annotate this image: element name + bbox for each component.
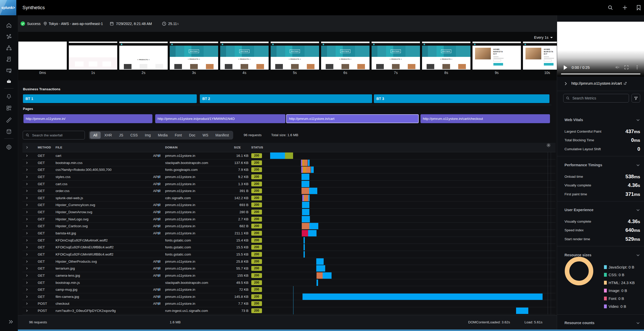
business-transaction-bar[interactable]: BT 3 — [374, 94, 549, 103]
filmstrip-frame[interactable]: BOUTIQUE ✕ PRODUCTS ✕ — [220, 42, 269, 70]
row-expand-chevron-icon[interactable] — [25, 210, 28, 214]
request-row[interactable]: GETcss?family=Roboto:300,400,500,700font… — [22, 166, 556, 173]
row-expand-chevron-icon[interactable] — [25, 224, 28, 228]
page-bar[interactable]: http://pmrum.o11ystore.in/product/1YMWWN… — [155, 114, 285, 123]
bookmark-icon[interactable] — [636, 5, 642, 11]
request-row[interactable]: GETKFOlCnqEu92Fr1MmWUlfBBc4.woff2fonts.g… — [22, 251, 556, 258]
business-transaction-bar[interactable]: BT 1 — [23, 94, 197, 103]
expand-chevron-icon[interactable] — [564, 82, 568, 86]
filter-tab-js[interactable]: JS — [116, 132, 126, 139]
panel-section-header[interactable]: Resource sizes — [564, 252, 640, 258]
request-row[interactable]: GETKFOmCnqEu92Fr1Mu4mxK.woff2fonts.gstat… — [22, 237, 556, 244]
run-video-player[interactable]: 0:00 / 0:25 — [557, 22, 644, 77]
sidebar-item-alerts[interactable] — [6, 93, 12, 99]
filmstrip-frame[interactable] — [18, 42, 67, 70]
row-expand-chevron-icon[interactable] — [25, 302, 28, 305]
row-expand-chevron-icon[interactable] — [25, 253, 28, 256]
apm-link[interactable]: APM — [117, 209, 161, 215]
row-expand-chevron-icon[interactable] — [25, 182, 28, 186]
external-link-icon[interactable] — [623, 82, 627, 85]
filter-tab-css[interactable]: CSS — [127, 132, 141, 139]
request-row[interactable]: GETcart.cssAPMpmrum.o11ystore.in1.3 KB20… — [22, 181, 556, 188]
apm-link[interactable]: APM — [117, 173, 161, 180]
volume-muted-icon[interactable] — [615, 65, 620, 70]
filter-tab-doc[interactable]: Doc — [186, 132, 199, 139]
splunk-logo[interactable]: splunk> — [0, 0, 16, 15]
panel-section-header[interactable]: Performance Timings — [564, 162, 640, 168]
page-url[interactable]: http://pmrum.o11ystore.in/cart — [571, 81, 622, 85]
request-row[interactable]: GETbootstrap.min.cssstackpath.bootstrapc… — [22, 159, 556, 167]
filter-tab-manifest[interactable]: Manifest — [212, 132, 232, 139]
panel-section-header[interactable]: User Experience — [564, 207, 640, 212]
request-row[interactable]: GETKFOlCnqEu92Fr1MmEU9fBBc4.woff2fonts.g… — [22, 244, 556, 251]
request-row[interactable]: GETbootstrap.min.jsstackpath.bootstrapcd… — [22, 279, 556, 286]
request-row[interactable]: POSTrum?auth=3_G9euGFfpDYCK2xqosr9grum-i… — [22, 307, 556, 314]
row-expand-chevron-icon[interactable] — [25, 232, 28, 235]
request-row[interactable]: GETorder.cssAPMpmrum.o11ystore.in391 B20… — [22, 187, 556, 195]
waterfall-search-input[interactable] — [23, 131, 85, 139]
row-expand-chevron-icon[interactable] — [25, 239, 28, 242]
request-row[interactable]: GETHipster_DownArrow.svgAPMpmrum.o11ysto… — [22, 209, 556, 216]
request-row[interactable]: GETHipster_OtherProducts.svgAPMpmrum.o11… — [22, 258, 556, 265]
request-row[interactable]: GETHipster_NavLogo.svgAPMpmrum.o11ystore… — [22, 216, 556, 223]
row-expand-chevron-icon[interactable] — [25, 161, 28, 164]
row-expand-chevron-icon[interactable] — [25, 154, 28, 157]
sidebar-item-dashboards[interactable] — [6, 105, 12, 111]
request-row[interactable]: GETcamera-lens.jpgAPMpmrum.o11ystore.in1… — [22, 272, 556, 279]
filmstrip-frame[interactable]: BOUTIQUE ✕ PRODUCTS ✕ — [372, 42, 420, 70]
metrics-filter-button[interactable] — [632, 94, 640, 103]
apm-link[interactable]: APM — [117, 300, 161, 307]
sidebar-item-rum[interactable] — [6, 68, 12, 74]
sidebar-item-data-management[interactable] — [6, 129, 12, 135]
request-row[interactable]: POSTcheckoutAPMpmrum.o11ystore.in7.7 KB2… — [22, 300, 556, 307]
filmstrip-frame[interactable]: BOUTIQUE ✕ PRODUCTS ✕ — [271, 42, 319, 70]
row-expand-chevron-icon[interactable] — [25, 246, 28, 249]
panel-section-header[interactable]: Web Vitals — [564, 117, 640, 122]
filter-tab-img[interactable]: Img — [141, 132, 154, 139]
filter-tab-media[interactable]: Media — [155, 132, 171, 139]
sidebar-item-metrics[interactable] — [6, 117, 12, 123]
filmstrip-frame[interactable]: HOMEBARISTAKIT — [472, 42, 521, 70]
metrics-search-field[interactable] — [572, 96, 621, 100]
filmstrip-frame[interactable]: HOMEBARISTAKIT — [523, 42, 557, 70]
sidebar-item-infrastructure[interactable] — [6, 45, 12, 51]
filter-tab-ws[interactable]: WS — [199, 132, 212, 139]
row-expand-chevron-icon[interactable] — [25, 309, 28, 312]
row-expand-chevron-icon[interactable] — [25, 168, 28, 171]
add-icon[interactable] — [622, 5, 628, 11]
apm-link[interactable]: APM — [117, 187, 161, 194]
apm-link[interactable]: APM — [117, 286, 161, 293]
search-icon[interactable] — [607, 5, 613, 11]
filter-tab-xhr[interactable]: XHR — [101, 132, 115, 139]
video-menu-kebab-icon[interactable] — [635, 65, 640, 70]
request-row[interactable]: GETfilm-camera.jpgAPMpmrum.o11ystore.in1… — [22, 293, 556, 300]
row-expand-chevron-icon[interactable] — [25, 274, 28, 277]
metrics-search-input[interactable] — [563, 94, 629, 103]
apm-link[interactable]: APM — [117, 265, 161, 272]
row-expand-chevron-icon[interactable] — [25, 281, 28, 284]
row-expand-chevron-icon[interactable] — [25, 203, 28, 207]
filmstrip-frame[interactable] — [69, 42, 117, 70]
filter-tab-all[interactable]: All — [90, 132, 101, 139]
row-expand-chevron-icon[interactable] — [25, 267, 28, 270]
apm-link[interactable]: APM — [117, 293, 161, 300]
apm-link[interactable]: APM — [117, 152, 161, 159]
sidebar-item-log-observer[interactable] — [6, 56, 12, 62]
business-transaction-bar[interactable]: BT 2 — [200, 94, 372, 103]
apm-link[interactable]: APM — [117, 258, 161, 265]
sidebar-item-apm[interactable] — [6, 34, 12, 40]
request-row[interactable]: GETterrarium.jpgAPMpmrum.o11ystore.in55.… — [22, 265, 556, 272]
row-expand-chevron-icon[interactable] — [25, 196, 28, 200]
request-row[interactable]: GETstyles.cssAPMpmrum.o11ystore.in9.2 KB… — [22, 173, 556, 181]
apm-link[interactable]: APM — [117, 223, 161, 230]
row-expand-chevron-icon[interactable] — [25, 189, 28, 193]
page-bar[interactable]: http://pmrum.o11ystore.in/cart/checkout — [420, 114, 550, 123]
row-expand-chevron-icon[interactable] — [25, 288, 28, 291]
page-bar[interactable]: http://pmrum.o11ystore.in/ — [23, 114, 152, 123]
video-progress-bar[interactable] — [561, 73, 640, 74]
filmstrip-interval-dropdown[interactable]: Every 1s — [534, 35, 553, 40]
request-row[interactable]: GETHipster_CurrencyIcon.svgAPMpmrum.o11y… — [22, 201, 556, 209]
row-expand-chevron-icon[interactable] — [25, 175, 28, 179]
panel-section-header[interactable]: Resource counts — [564, 320, 640, 325]
table-settings-gear-icon[interactable] — [546, 143, 551, 152]
